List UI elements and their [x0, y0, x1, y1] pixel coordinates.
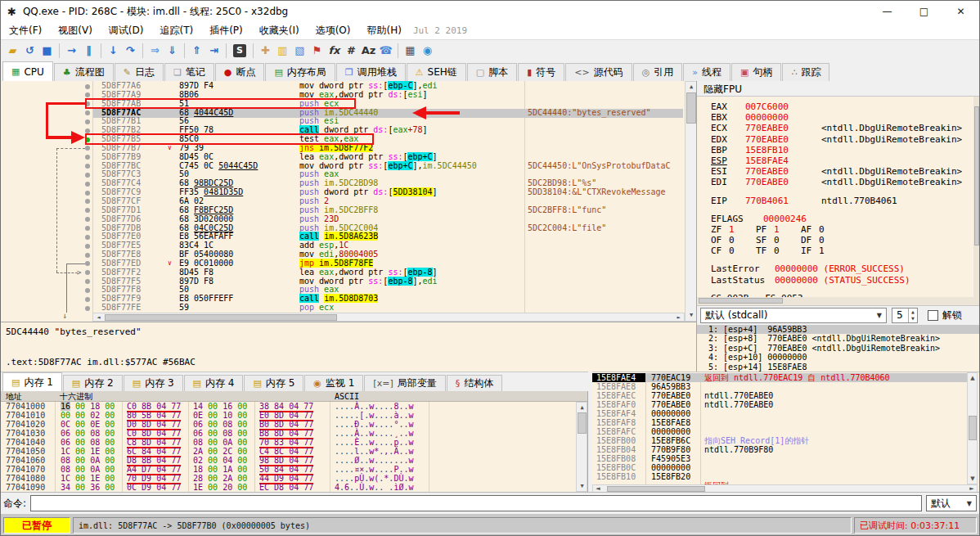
instruction-dot[interactable]	[85, 253, 90, 258]
stack-row[interactable]: 15E8FAE4770EAC19返回到 ntdll.770EAC19 自 ntd…	[592, 373, 967, 382]
stack-row[interactable]: 15E8FAFC00000000	[592, 427, 967, 436]
tab-threads[interactable]: »线程	[683, 63, 731, 81]
command-input[interactable]	[30, 495, 922, 511]
register-row[interactable]: EFLAGS00000246	[711, 214, 973, 224]
scroll-down-icon[interactable]: ▼	[686, 311, 696, 320]
scroll-right-icon[interactable]: ►	[674, 314, 683, 321]
instruction-dot[interactable]	[85, 199, 90, 204]
register-row[interactable]: EDX770EABE0<ntdll.DbgUiRemoteBreakin>	[711, 134, 973, 145]
calling-convention-select[interactable]: 默认 (stdcall) ▼	[700, 308, 887, 323]
scroll-up-icon[interactable]: ▲	[686, 83, 696, 92]
tab-cpu[interactable]: ▦CPU	[2, 61, 53, 81]
menu-item-5[interactable]: 插件(P)	[201, 22, 251, 39]
stack-row[interactable]: 15E8FB1015E8FB20	[592, 472, 967, 481]
scroll-thumb[interactable]	[969, 416, 977, 440]
stop-icon[interactable]: ■	[38, 43, 56, 59]
dump-vertical-scrollbar[interactable]: ▲ ▼	[576, 402, 587, 492]
instruction-dot[interactable]	[85, 173, 90, 178]
tab-struct[interactable]: §结构体	[447, 375, 503, 391]
attach-icon[interactable]: ☎	[377, 43, 394, 59]
instruction-dot[interactable]	[85, 217, 90, 222]
stack-row[interactable]: 15E8FAF815E8FAE8	[592, 418, 967, 427]
tab-graph[interactable]: ♣流程图	[54, 63, 114, 81]
scylla-icon[interactable]: S	[233, 44, 246, 57]
stack-row[interactable]: 15E8FAE896A59BB3	[592, 382, 967, 391]
instruction-dot[interactable]	[85, 119, 90, 124]
dump-row[interactable]: 7704101000 00 02 0080 5B 04 770E 00 10 0…	[1, 411, 576, 420]
disasm-row[interactable]: 5D8F77FE59pop ecx	[1, 304, 685, 313]
graph-icon[interactable]: ▧	[291, 43, 308, 59]
instruction-dot[interactable]	[85, 191, 90, 196]
instruction-dot[interactable]	[85, 84, 90, 89]
register-row[interactable]: OF0SF0DF0	[711, 235, 973, 245]
scroll-up-icon[interactable]: ▲	[578, 403, 587, 412]
execute-till-return-icon[interactable]: ⇑	[188, 43, 205, 59]
menu-item-8[interactable]: 帮助(H)	[358, 22, 409, 39]
stack-row[interactable]: 15E8FAF400000000	[592, 409, 967, 418]
dump-row[interactable]: 770410801C 00 1E 0070 D9 04 7728 00 2A 0…	[1, 474, 576, 483]
scroll-left-icon[interactable]: ◄	[594, 486, 602, 492]
run-to-user-code-icon[interactable]: ⇥	[205, 43, 223, 59]
instruction-dot[interactable]	[85, 155, 90, 160]
stack-argument-row[interactable]: 2: [esp+8] 770EABE0 <ntdll.DbgUiRemoteBr…	[697, 334, 980, 343]
tab-call-stack[interactable]: ❐调用堆栈	[336, 63, 406, 81]
tab-dump-2[interactable]: ▤内存 2	[63, 375, 123, 391]
tab-dump-4[interactable]: ▤内存 4	[184, 375, 244, 391]
instruction-dot[interactable]	[85, 110, 90, 115]
stack-row[interactable]: 15E8FB08F45905E3	[592, 454, 967, 463]
tab-handles[interactable]: ▣句柄	[731, 63, 781, 81]
dump-row[interactable]: 7704104006 00 08 00C8 8D 04 7708 00 0A 0…	[1, 438, 576, 447]
tab-notes[interactable]: ❏笔记	[164, 63, 214, 81]
hash-icon[interactable]: #	[343, 43, 360, 59]
scroll-thumb[interactable]	[578, 412, 587, 434]
register-row[interactable]: EBP15E8FB10	[711, 145, 973, 155]
patches-icon[interactable]: ✚	[257, 43, 274, 59]
scroll-thumb[interactable]	[699, 298, 783, 304]
step-over-icon[interactable]: ↷	[122, 43, 139, 59]
tab-breakpoints[interactable]: ●断点	[215, 63, 265, 81]
tab-references[interactable]: ◎引用	[633, 63, 683, 81]
unlock-checkbox[interactable]	[928, 310, 938, 321]
tab-locals[interactable]: [x=]局部变量	[364, 375, 445, 391]
tab-source[interactable]: <>源代码	[565, 63, 632, 81]
stepper-arrows-icon[interactable]: ▲▼	[908, 309, 917, 322]
tab-seh[interactable]: ⚠SEH链	[407, 63, 466, 81]
dump-row[interactable]: 7704107008 00 0A 00A4 D7 04 7718 00 1A 0…	[1, 465, 576, 474]
tab-dump-3[interactable]: ▤内存 3	[124, 375, 183, 391]
instruction-dot[interactable]	[85, 270, 90, 275]
command-profile-select[interactable]: 默认 ▼	[926, 495, 977, 511]
menu-item-2[interactable]: 视图(V)	[50, 22, 101, 39]
stack-argument-row[interactable]: 4: [esp+10] 00000000	[697, 353, 980, 362]
stack-row[interactable]: 15E8FB0C00000000	[592, 463, 967, 472]
register-row[interactable]: LastError00000000 (ERROR_SUCCESS)	[711, 263, 973, 274]
register-row[interactable]: EBX00000000	[711, 112, 973, 123]
run-to-cursor-icon[interactable]: ⇒	[146, 43, 164, 59]
instruction-dot[interactable]	[85, 235, 90, 240]
menu-item-7[interactable]: 选项(O)	[308, 22, 359, 39]
scroll-left-icon[interactable]: ◄	[94, 314, 103, 321]
globe-icon[interactable]: ◉	[419, 43, 436, 59]
menu-item-6[interactable]: 收藏夹(I)	[251, 22, 308, 39]
instruction-dot[interactable]	[85, 208, 90, 213]
register-row[interactable]: EDI770EABE0<ntdll.DbgUiRemoteBreakin>	[711, 177, 973, 187]
register-row[interactable]: ESP15E8FAE4	[711, 155, 973, 166]
scroll-down-icon[interactable]: ▼	[969, 475, 977, 483]
register-row[interactable]: ZF1PF1AF0	[711, 224, 973, 235]
scroll-thumb[interactable]	[607, 486, 705, 492]
register-row[interactable]: EAX007C6000	[711, 101, 973, 112]
instruction-dot[interactable]	[85, 244, 90, 249]
instruction-dot[interactable]	[85, 297, 90, 302]
maximize-button[interactable]: □	[906, 1, 942, 22]
memory-dump-panel[interactable]: 地址 十六进制 ASCII 7704100016 00 18 00C0 8B 0…	[1, 391, 588, 492]
dump-row[interactable]: 770410501C 00 1E 006C 84 04 772A 00 2C 0…	[1, 447, 576, 456]
functions-icon[interactable]: fx	[326, 43, 343, 59]
menu-item-4[interactable]: 追踪(T)	[151, 22, 201, 39]
stack-panel[interactable]: 15E8FAE4770EAC19返回到 ntdll.770EAC19 自 ntd…	[592, 372, 980, 492]
stack-row[interactable]: 15E8FAF0770EABE0ntdll.770EABE0	[592, 400, 967, 409]
dump-row[interactable]: 770410200C 00 0E 00D0 8D 04 7706 00 08 0…	[1, 420, 576, 429]
register-row[interactable]: ECX770EABE0<ntdll.DbgUiRemoteBreakin>	[711, 123, 973, 133]
instruction-dot[interactable]	[85, 226, 90, 231]
scroll-thumb[interactable]	[105, 314, 337, 321]
dump-row[interactable]: 7704100016 00 18 00C0 8B 04 7714 00 16 0…	[1, 402, 576, 411]
close-button[interactable]: ✕	[942, 1, 979, 22]
